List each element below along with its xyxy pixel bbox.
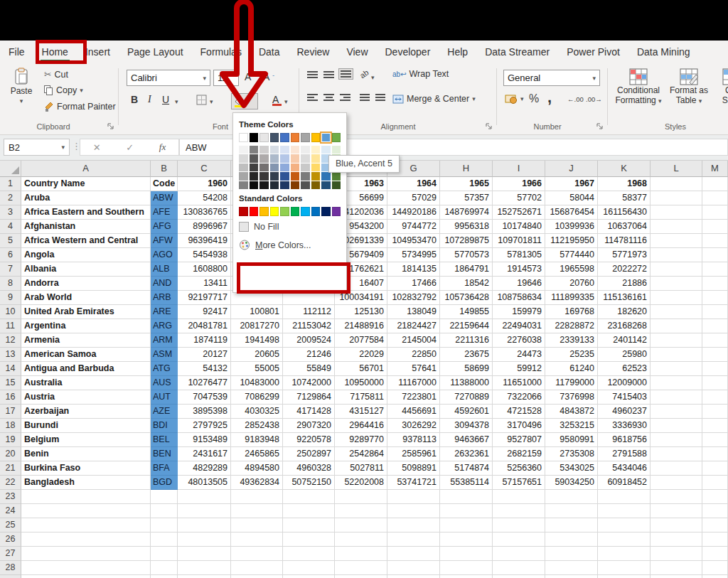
- cell-code[interactable]: ALB: [151, 262, 178, 277]
- theme-variant-swatch[interactable]: [259, 181, 269, 191]
- no-fill-item[interactable]: No Fill: [239, 219, 341, 235]
- row-header-20[interactable]: 20: [0, 447, 21, 461]
- cell-country-name[interactable]: Benin: [21, 447, 151, 461]
- theme-variant-swatch[interactable]: [259, 172, 269, 181]
- cell-value[interactable]: 112112: [283, 305, 335, 319]
- row-header-7[interactable]: 7: [0, 262, 21, 277]
- cell-value[interactable]: 2735308: [545, 447, 598, 461]
- theme-variant-swatch[interactable]: [270, 146, 279, 155]
- cell-value[interactable]: [387, 532, 440, 547]
- align-right-button[interactable]: [340, 94, 350, 101]
- merge-center-chevron-icon[interactable]: ▾: [472, 95, 476, 102]
- cell-value[interactable]: [440, 561, 493, 575]
- cell-value[interactable]: 2542864: [335, 447, 387, 461]
- cell-empty[interactable]: [651, 405, 702, 419]
- cell-value[interactable]: 23675: [440, 348, 493, 362]
- row-header-13[interactable]: 13: [0, 348, 21, 362]
- cell-value[interactable]: 23168268: [598, 319, 651, 333]
- cell-country-name[interactable]: Afghanistan: [21, 220, 151, 234]
- cell-value[interactable]: 182620: [598, 305, 651, 319]
- cell-value[interactable]: 9956318: [440, 220, 493, 234]
- cell-value[interactable]: 2211316: [440, 333, 493, 348]
- cell-empty[interactable]: [702, 248, 728, 262]
- cell-code[interactable]: AFW: [151, 234, 178, 248]
- tab-developer[interactable]: Developer: [377, 41, 439, 64]
- cell-value[interactable]: 9289770: [335, 433, 387, 447]
- cell-value[interactable]: [387, 575, 440, 578]
- cell-empty[interactable]: [651, 177, 702, 191]
- standard-color-swatch[interactable]: [270, 207, 279, 216]
- cell-value[interactable]: 115136161: [598, 291, 651, 305]
- cell-country-name[interactable]: Andorra: [21, 277, 151, 291]
- cell-country-name[interactable]: Antigua and Barbuda: [21, 362, 151, 376]
- standard-color-swatch[interactable]: [311, 207, 321, 216]
- font-color-button[interactable]: A: [272, 94, 282, 106]
- cell-value[interactable]: 2077584: [335, 333, 387, 348]
- orientation-button[interactable]: ab: [358, 68, 370, 80]
- cell-code[interactable]: AFG: [151, 220, 178, 234]
- cell-value[interactable]: [387, 547, 440, 561]
- cell-value[interactable]: 3336930: [598, 419, 651, 433]
- decrease-indent-button[interactable]: [360, 94, 370, 101]
- cell-value[interactable]: 2907320: [283, 419, 335, 433]
- cell-value[interactable]: 20605: [231, 348, 283, 362]
- cell-value[interactable]: 17466: [387, 277, 440, 291]
- cell-value[interactable]: 92197717: [178, 291, 231, 305]
- clipboard-dialog-launcher-icon[interactable]: [107, 122, 115, 131]
- cell-value[interactable]: [283, 547, 335, 561]
- orientation-chevron-icon[interactable]: ▾: [371, 74, 375, 81]
- row-header-27[interactable]: 27: [0, 547, 21, 561]
- theme-variant-swatch[interactable]: [291, 146, 300, 155]
- cell-empty[interactable]: [651, 234, 702, 248]
- cell-country-name[interactable]: [21, 518, 151, 532]
- cell-country-name[interactable]: United Arab Emirates: [21, 305, 151, 319]
- alignment-dialog-launcher-icon[interactable]: [485, 122, 493, 131]
- cell-empty[interactable]: [702, 191, 728, 205]
- theme-variant-swatch[interactable]: [291, 181, 300, 191]
- cell-value[interactable]: [335, 575, 387, 578]
- cell-value[interactable]: 2797925: [178, 419, 231, 433]
- cell-value[interactable]: [545, 575, 598, 578]
- cell-value[interactable]: 2431617: [178, 447, 231, 461]
- theme-color-swatch[interactable]: [270, 133, 279, 142]
- cell-value[interactable]: 1874119: [178, 333, 231, 348]
- standard-color-swatch[interactable]: [332, 207, 341, 216]
- theme-variant-swatch[interactable]: [280, 172, 289, 181]
- column-header-K[interactable]: K: [598, 161, 651, 177]
- cell-value[interactable]: [178, 490, 231, 504]
- cell-value[interactable]: [440, 504, 493, 518]
- cell-country-name[interactable]: Africa Western and Central: [21, 234, 151, 248]
- cell-value[interactable]: 57157651: [493, 476, 545, 490]
- cell-value[interactable]: [440, 518, 493, 532]
- cell-empty[interactable]: [651, 447, 702, 461]
- cell-value[interactable]: 24473: [493, 348, 545, 362]
- cell-value[interactable]: 60918452: [598, 476, 651, 490]
- theme-variant-swatch[interactable]: [311, 164, 321, 173]
- cell-code[interactable]: ARB: [151, 291, 178, 305]
- cell-value[interactable]: [231, 547, 283, 561]
- cell-value[interactable]: 10174840: [493, 220, 545, 234]
- cell-value[interactable]: 18542: [440, 277, 493, 291]
- cell-value[interactable]: 2585961: [387, 447, 440, 461]
- cell-empty[interactable]: [651, 333, 702, 348]
- cell-code[interactable]: [151, 575, 178, 578]
- theme-variant-swatch[interactable]: [280, 164, 289, 173]
- cell-country-name[interactable]: Burundi: [21, 419, 151, 433]
- standard-color-swatch[interactable]: [280, 207, 289, 216]
- cell-value[interactable]: 57357: [440, 191, 493, 205]
- cell-value[interactable]: 2852438: [231, 419, 283, 433]
- standard-color-swatch[interactable]: [321, 207, 331, 216]
- theme-variant-swatch[interactable]: [332, 172, 341, 181]
- cell-country-name[interactable]: Austria: [21, 390, 151, 405]
- cell-code[interactable]: BEN: [151, 447, 178, 461]
- column-header-A[interactable]: A: [21, 161, 151, 177]
- cell-value[interactable]: 10483000: [231, 376, 283, 390]
- theme-variant-swatch[interactable]: [321, 181, 331, 191]
- theme-color-swatch[interactable]: [332, 133, 341, 142]
- cell-value[interactable]: 5256360: [493, 461, 545, 476]
- cell-value[interactable]: 21488916: [335, 319, 387, 333]
- theme-variant-swatch[interactable]: [332, 181, 341, 191]
- cell-value[interactable]: 1964: [387, 177, 440, 191]
- cell-country-name[interactable]: American Samoa: [21, 348, 151, 362]
- cell-value[interactable]: [231, 490, 283, 504]
